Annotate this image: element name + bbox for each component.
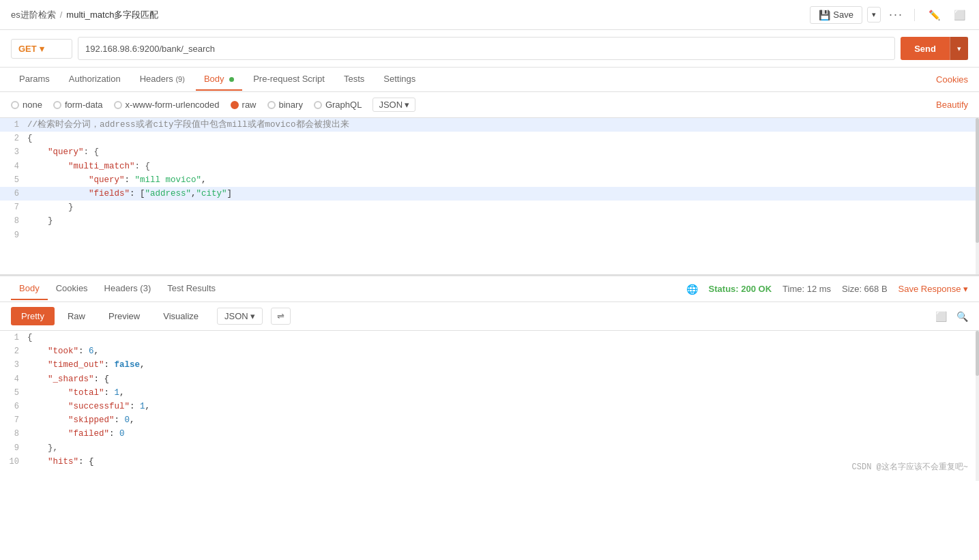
sub-tab-pretty-label: Pretty — [21, 311, 44, 321]
resp-tab-cookies-label: Cookies — [56, 283, 88, 293]
option-raw[interactable]: raw — [231, 100, 257, 110]
resp-line-num-5: 5 — [0, 386, 27, 400]
radio-urlencoded[interactable] — [114, 101, 122, 109]
resp-tab-cookies[interactable]: Cookies — [48, 278, 96, 300]
request-tabs: Params Authorization Headers (9) Body Pr… — [0, 68, 979, 92]
copy-response-icon[interactable]: ⬜ — [935, 311, 947, 322]
tab-authorization-label: Authorization — [69, 74, 121, 84]
option-graphql-label: GraphQL — [325, 100, 362, 110]
json-sub-arrow: ▾ — [250, 311, 255, 321]
beautify-button[interactable]: Beautify — [936, 100, 968, 110]
tab-tests[interactable]: Tests — [336, 68, 372, 91]
option-formdata-label: form-data — [65, 100, 103, 110]
resp-line-num-8: 8 — [0, 427, 27, 441]
resp-tab-body[interactable]: Body — [11, 278, 48, 300]
code-line-2: 2 { — [0, 132, 979, 145]
radio-graphql[interactable] — [314, 101, 322, 109]
breadcrumb-parent[interactable]: es进阶检索 — [11, 9, 56, 21]
method-label: GET — [18, 44, 37, 54]
tab-headers-label: Headers — [140, 74, 173, 84]
radio-formdata[interactable] — [53, 101, 61, 109]
save-dropdown-arrow[interactable]: ▾ — [867, 7, 881, 23]
tab-authorization[interactable]: Authorization — [61, 68, 129, 91]
tab-body[interactable]: Body — [196, 68, 242, 91]
resp-line-num-10: 10 — [0, 455, 27, 469]
line-content-3: "query": { — [27, 145, 979, 159]
resp-line-num-6: 6 — [0, 400, 27, 413]
tab-params-label: Params — [19, 74, 50, 84]
title-bar: es进阶检索 / multi_match多字段匹配 💾 Save ▾ ··· ✏… — [0, 0, 979, 30]
resp-line-4: 4 "_shards": { — [0, 372, 979, 386]
radio-binary[interactable] — [267, 101, 276, 109]
line-content-8: } — [27, 214, 979, 228]
resp-line-content-6: "successful": 1, — [27, 400, 979, 413]
tab-settings[interactable]: Settings — [375, 68, 424, 91]
send-label[interactable]: Send — [901, 37, 950, 60]
save-response-arrow: ▾ — [963, 284, 968, 294]
resp-line-content-5: "total": 1, — [27, 386, 979, 400]
resp-line-content-10: "hits": { — [27, 455, 979, 469]
option-formdata[interactable]: form-data — [53, 100, 103, 110]
sub-tab-preview[interactable]: Preview — [98, 307, 150, 325]
tab-prerequest-label: Pre-request Script — [253, 74, 325, 84]
response-code-editor[interactable]: 1 { 2 "took": 6, 3 "timed_out": false, 4… — [0, 331, 979, 481]
wrap-button[interactable]: ⇌ — [271, 308, 291, 325]
resp-line-content-7: "skipped": 0, — [27, 413, 979, 427]
json-dropdown[interactable]: JSON ▾ — [372, 98, 415, 112]
code-line-7: 7 } — [0, 201, 979, 214]
code-line-5: 5 "query": "mill movico", — [0, 173, 979, 187]
option-none[interactable]: none — [11, 100, 42, 110]
wrap-icon: ⇌ — [277, 311, 284, 321]
url-bar: GET ▾ Send ▾ — [0, 30, 979, 68]
method-select[interactable]: GET ▾ — [11, 39, 72, 59]
save-response-button[interactable]: Save Response ▾ — [898, 284, 968, 294]
option-none-label: none — [23, 100, 42, 110]
sub-tab-visualize[interactable]: Visualize — [153, 307, 209, 325]
resp-line-content-4: "_shards": { — [27, 372, 979, 386]
resp-line-num-9: 9 — [0, 441, 27, 455]
cookies-link[interactable]: Cookies — [936, 74, 968, 85]
line-content-6: "fields": ["address","city"] — [27, 187, 979, 201]
line-num-4: 4 — [0, 160, 27, 173]
request-code-editor[interactable]: 1 //检索时会分词，address或者city字段值中包含mill或者movi… — [0, 118, 979, 275]
line-num-7: 7 — [0, 201, 27, 214]
line-num-8: 8 — [0, 214, 27, 228]
line-num-5: 5 — [0, 173, 27, 187]
method-dropdown-arrow: ▾ — [40, 44, 44, 54]
resp-tab-testresults[interactable]: Test Results — [159, 278, 224, 300]
tab-params[interactable]: Params — [11, 68, 58, 91]
resp-tab-headers[interactable]: Headers (3) — [96, 278, 160, 300]
option-urlencoded[interactable]: x-www-form-urlencoded — [114, 100, 220, 110]
option-binary[interactable]: binary — [267, 100, 303, 110]
resp-line-num-3: 3 — [0, 358, 27, 372]
send-button[interactable]: Send ▾ — [901, 37, 968, 60]
sub-tab-raw[interactable]: Raw — [57, 307, 96, 325]
json-sub-dropdown[interactable]: JSON ▾ — [217, 308, 263, 325]
more-button[interactable]: ··· — [889, 8, 903, 22]
resp-line-10: 10 "hits": { — [0, 455, 979, 469]
line-num-2: 2 — [0, 132, 27, 145]
resp-line-num-4: 4 — [0, 372, 27, 386]
option-graphql[interactable]: GraphQL — [314, 100, 362, 110]
search-response-icon[interactable]: 🔍 — [956, 311, 968, 322]
sub-tab-preview-label: Preview — [108, 311, 140, 321]
sub-tab-pretty[interactable]: Pretty — [11, 307, 55, 325]
line-num-1: 1 — [0, 118, 27, 132]
json-sub-label: JSON — [224, 311, 248, 321]
copy-button[interactable]: ⬜ — [951, 7, 968, 23]
option-raw-label: raw — [242, 100, 257, 110]
save-button[interactable]: 💾 Save — [810, 6, 862, 24]
send-dropdown-arrow[interactable]: ▾ — [950, 37, 968, 60]
resp-line-num-7: 7 — [0, 413, 27, 427]
code-line-9: 9 — [0, 229, 979, 242]
size-text: Size: 668 B — [842, 284, 888, 294]
resp-scrollbar-track — [976, 331, 979, 481]
edit-button[interactable]: ✏️ — [926, 7, 943, 23]
tab-prerequest[interactable]: Pre-request Script — [245, 68, 333, 91]
url-input[interactable] — [78, 37, 895, 60]
radio-none[interactable] — [11, 101, 19, 109]
resp-line-num-1: 1 — [0, 331, 27, 344]
tab-headers[interactable]: Headers (9) — [132, 68, 193, 91]
time-text: Time: 12 ms — [783, 284, 831, 294]
radio-raw[interactable] — [231, 101, 239, 109]
